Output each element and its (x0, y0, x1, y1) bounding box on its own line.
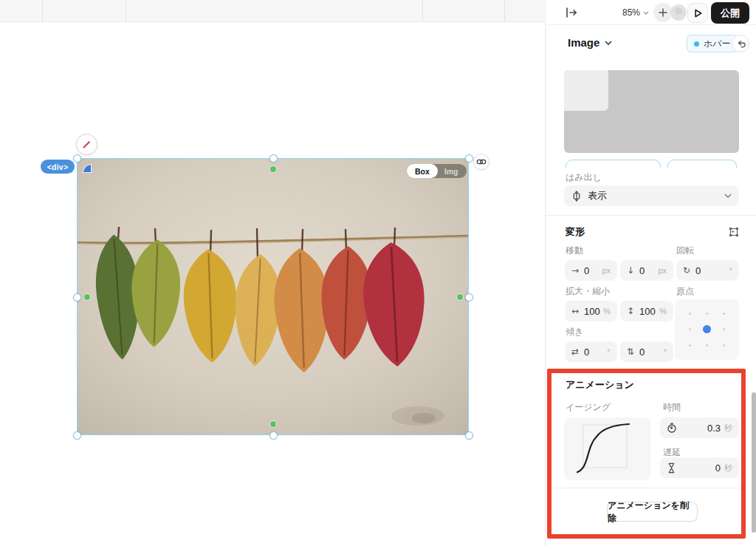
strip-divider (422, 0, 423, 22)
move-y-value: 0 (639, 265, 645, 276)
skew-label: 傾き (566, 326, 583, 338)
publish-button[interactable]: 公開 (711, 2, 749, 24)
toggle-img-segment[interactable]: Img (438, 167, 465, 176)
move-x-input[interactable]: → 0 px (565, 260, 617, 281)
origin-label: 原点 (676, 285, 694, 298)
state-badge-label: ホバー (704, 38, 731, 50)
origin-dot[interactable] (723, 313, 725, 315)
clipped-field-left[interactable] (566, 160, 661, 168)
editor-toolbar: 85% 公開 (546, 0, 756, 25)
padding-handle-left[interactable] (83, 293, 91, 301)
resize-handle-bottom-center[interactable] (269, 431, 278, 440)
origin-dot[interactable] (706, 344, 708, 347)
resize-handle-bottom-left[interactable] (73, 431, 81, 440)
arrow-right-icon: → (571, 265, 579, 276)
resize-handle-top-left[interactable] (73, 154, 81, 163)
reset-state-button[interactable] (732, 35, 749, 52)
duration-value: 0.3 (707, 423, 721, 434)
play-icon (692, 7, 704, 19)
move-label: 移動 (566, 245, 583, 257)
scale-x-input[interactable]: ↔ 100 % (565, 301, 617, 321)
origin-dot[interactable] (689, 328, 691, 330)
resize-handle-middle-right[interactable] (465, 293, 473, 301)
overflow-select[interactable]: 表示 (564, 185, 739, 206)
canvas-page-header-strip (0, 0, 544, 22)
skew-y-unit: ° (664, 347, 667, 356)
preview-play-button[interactable] (687, 3, 708, 23)
hourglass-icon (667, 463, 676, 474)
strip-divider (42, 0, 43, 22)
toggle-box-segment[interactable]: Box (407, 164, 438, 178)
rotate-value: 0 (695, 265, 701, 276)
move-y-unit: px (658, 266, 667, 275)
animation-title: アニメーション (566, 378, 634, 392)
resize-handle-top-center[interactable] (269, 154, 278, 163)
edit-pen-button[interactable] (76, 134, 97, 155)
chevron-down-icon (643, 11, 649, 15)
delete-animation-label: アニメーションを削除 (608, 499, 697, 525)
chevron-down-icon (605, 41, 612, 45)
avatar[interactable] (670, 4, 687, 21)
rotate-icon: ↻ (683, 265, 690, 276)
pen-icon (81, 139, 92, 150)
resize-handle-bottom-right[interactable] (465, 431, 473, 440)
link-icon (476, 157, 487, 167)
rotate-input[interactable]: ↻ 0 ° (676, 260, 739, 281)
scale-y-input[interactable]: ↕ 100 % (620, 301, 673, 321)
origin-dot[interactable] (723, 344, 725, 347)
origin-dot[interactable] (689, 344, 691, 347)
easing-curve-icon (564, 417, 650, 480)
padding-handle-bottom[interactable] (269, 420, 277, 428)
strip-divider (126, 0, 126, 22)
scale-label: 拡大・縮小 (566, 285, 610, 298)
duration-unit: 秒 (724, 423, 732, 434)
easing-label: イージング (566, 401, 611, 414)
clipped-field-right[interactable] (667, 160, 737, 168)
element-tag-badge[interactable]: <div> (41, 160, 75, 174)
resize-handle-middle-left[interactable] (73, 293, 81, 301)
origin-dot[interactable] (723, 328, 725, 330)
undo-arrow-icon (735, 38, 746, 50)
skew-y-input[interactable]: ⇅ 0 ° (620, 341, 673, 362)
free-transform-icon[interactable] (728, 226, 740, 238)
hover-state-badge[interactable]: ホバー (687, 35, 738, 52)
image-preview-box[interactable] (564, 70, 739, 153)
origin-dot[interactable] (706, 313, 708, 315)
duration-input[interactable]: 0.3 秒 (660, 417, 739, 438)
inspector-panel: 85% 公開 Image ホバー (545, 0, 756, 546)
section-divider (546, 215, 756, 216)
rotate-unit: ° (729, 266, 732, 275)
padding-handle-top[interactable] (269, 165, 277, 173)
skew-y-value: 0 (639, 347, 645, 358)
box-img-toggle[interactable]: Box Img (407, 164, 467, 178)
zoom-level-control[interactable]: 85% (622, 0, 649, 25)
overflow-value: 表示 (588, 189, 724, 202)
skew-x-value: 0 (584, 347, 589, 358)
scale-x-value: 100 (584, 306, 600, 317)
delay-input[interactable]: 0 秒 (660, 457, 739, 478)
origin-dot[interactable] (689, 313, 691, 315)
padding-handle-right[interactable] (456, 293, 464, 301)
selected-image-element[interactable] (77, 158, 469, 435)
publish-label: 公開 (721, 7, 740, 20)
element-type-dropdown[interactable]: Image (568, 36, 612, 49)
element-type-label: Image (568, 36, 599, 49)
delay-unit: 秒 (724, 463, 732, 474)
skew-x-input[interactable]: ⇄ 0 ° (565, 341, 617, 362)
overflow-visible-icon (571, 191, 582, 202)
origin-dot-selected[interactable] (703, 325, 711, 333)
move-x-unit: px (602, 266, 611, 275)
move-y-input[interactable]: ↓ 0 px (620, 260, 673, 281)
design-canvas[interactable]: <div> Box Img (0, 0, 544, 546)
panel-scrollbar[interactable] (752, 392, 756, 533)
transform-origin-grid[interactable] (675, 299, 739, 360)
toggle-box-label: Box (415, 167, 430, 176)
link-button[interactable] (473, 154, 489, 170)
scale-y-unit: % (659, 307, 667, 315)
skew-x-unit: ° (608, 347, 611, 356)
overflow-label: はみ出し (566, 171, 602, 184)
collapse-panel-icon[interactable] (565, 7, 578, 18)
easing-curve-editor[interactable] (564, 417, 650, 480)
delete-animation-button[interactable]: アニメーションを削除 (607, 502, 698, 522)
resize-handle-top-right[interactable] (465, 154, 473, 163)
